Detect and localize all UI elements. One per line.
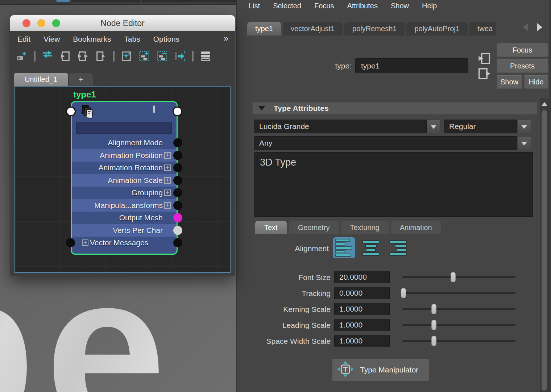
tab-scroll-right-icon[interactable]	[537, 23, 542, 31]
input-output-connections-icon[interactable]	[76, 49, 90, 63]
menu-focus[interactable]: Focus	[314, 2, 334, 10]
menu-attributes[interactable]: Attributes	[347, 2, 377, 10]
scrollbar-thumb[interactable]	[541, 110, 547, 391]
menu-show[interactable]: Show	[391, 2, 409, 10]
node-row-vector-messages[interactable]: Vector Messages	[72, 237, 177, 249]
menu-list[interactable]: List	[249, 2, 260, 10]
writing-system-dropdown[interactable]: Any	[254, 136, 517, 150]
font-style-dropdown[interactable]: Regular	[444, 120, 517, 133]
leading-scale-input[interactable]: 1.0000	[334, 319, 390, 331]
align-center-button[interactable]	[360, 237, 382, 258]
node-row-alignment-mode[interactable]: Alignment Mode	[72, 137, 177, 149]
node-row-verts-per-char[interactable]: Verts Per Char	[72, 224, 177, 237]
attribute-editor-scrollbar[interactable]	[540, 99, 549, 392]
kerning-scale-input[interactable]: 1.0000	[334, 303, 390, 315]
node-output-port[interactable]	[173, 107, 182, 116]
node-header[interactable]	[72, 102, 177, 121]
collapse-triangle-icon[interactable]	[258, 106, 265, 110]
menu-help[interactable]: Help	[422, 2, 437, 10]
align-left-button[interactable]	[333, 237, 355, 258]
remove-from-graph-icon[interactable]	[155, 49, 169, 63]
type-attributes-section-header[interactable]: Type Attributes	[252, 102, 537, 114]
attr-port-mesh[interactable]	[173, 213, 182, 222]
attr-port[interactable]	[173, 226, 182, 235]
expand-icon[interactable]	[82, 239, 88, 246]
select-input-icon[interactable]	[477, 51, 492, 66]
tab-geometry[interactable]: Geometry	[289, 221, 339, 234]
toolbar-field-fragment[interactable]	[142, 0, 236, 2]
slider-handle[interactable]	[401, 288, 406, 298]
menu-bookmarks[interactable]: Bookmarks	[73, 35, 111, 43]
select-output-icon[interactable]	[477, 67, 492, 81]
tab-texturing[interactable]: Texturing	[341, 221, 389, 234]
attr-port[interactable]	[173, 151, 182, 160]
slider-track[interactable]	[402, 324, 515, 326]
tab-scroll-left-icon[interactable]	[523, 23, 528, 31]
sync-selection-icon[interactable]	[40, 49, 55, 63]
align-right-button[interactable]	[386, 237, 409, 258]
node-row-grouping[interactable]: Grouping	[72, 187, 177, 199]
expand-icon[interactable]	[164, 164, 171, 171]
menu-overflow-chevron[interactable]: »	[224, 33, 228, 43]
node-row-animation-scale[interactable]: Animation Scale	[72, 174, 177, 187]
menu-tabs[interactable]: Tabs	[124, 35, 140, 43]
menu-edit[interactable]: Edit	[17, 35, 30, 43]
expand-icon[interactable]	[164, 189, 171, 196]
slider-handle[interactable]	[431, 336, 436, 346]
input-connections-icon[interactable]	[58, 49, 72, 63]
node-name-input[interactable]: type1	[355, 58, 468, 73]
type-manipulator-button[interactable]: Type Manipulator	[332, 359, 429, 381]
show-button[interactable]: Show	[497, 75, 522, 89]
node-rename-field[interactable]	[76, 122, 172, 134]
tab-type1[interactable]: type1	[247, 22, 281, 36]
writing-system-dropdown-arrow[interactable]	[517, 136, 531, 150]
tab-vectoradjust1[interactable]: vectorAdjust1	[283, 22, 343, 36]
add-to-graph-icon[interactable]	[137, 49, 152, 63]
slider-track[interactable]	[402, 340, 515, 342]
display-mode-icon[interactable]	[198, 49, 213, 63]
menu-view[interactable]: View	[44, 35, 60, 43]
node-input-port[interactable]	[66, 107, 76, 116]
tab-animation[interactable]: Animation	[391, 221, 441, 234]
create-node-icon[interactable]	[14, 49, 29, 63]
menu-options[interactable]: Options	[153, 35, 179, 43]
output-connections-icon[interactable]	[94, 49, 108, 63]
slider-handle[interactable]	[431, 320, 436, 330]
tab-text[interactable]: Text	[255, 221, 287, 234]
slider-track[interactable]	[402, 292, 515, 294]
font-size-input[interactable]: 20.0000	[334, 271, 390, 283]
tracking-slider[interactable]	[402, 287, 515, 299]
font-family-dropdown-arrow[interactable]	[427, 120, 440, 133]
expand-icon[interactable]	[164, 177, 171, 184]
tracking-input[interactable]: 0.0000	[334, 287, 390, 299]
connect-on-drop-icon[interactable]	[173, 49, 187, 63]
font-style-dropdown-arrow[interactable]	[517, 120, 531, 133]
slider-handle[interactable]	[431, 304, 436, 314]
toolbar-button-fragment[interactable]	[56, 0, 70, 2]
attr-port[interactable]	[173, 138, 182, 147]
space-width-scale-slider[interactable]	[402, 335, 515, 347]
font-size-slider[interactable]	[402, 271, 515, 283]
node-editor-titlebar[interactable]: Node Editor	[10, 15, 235, 31]
tab-polyautoproj1[interactable]: polyAutoProj1	[406, 22, 468, 36]
focus-button[interactable]: Focus	[497, 43, 548, 57]
kerning-scale-slider[interactable]	[402, 303, 515, 315]
slider-track[interactable]	[402, 308, 515, 310]
attr-port[interactable]	[173, 163, 182, 172]
slider-track[interactable]	[402, 276, 515, 278]
node-graph-canvas[interactable]: type1 Alignment Mode	[14, 86, 231, 273]
attr-port[interactable]	[173, 176, 182, 185]
tab-polyremesh1[interactable]: polyRemesh1	[344, 22, 405, 36]
space-width-scale-input[interactable]: 1.0000	[334, 335, 390, 347]
scroll-up-arrow-icon[interactable]	[541, 102, 548, 106]
leading-scale-slider[interactable]	[402, 319, 515, 331]
presets-button[interactable]: Presets	[497, 59, 548, 73]
type-text-input-area[interactable]: 3D Type	[254, 152, 533, 217]
node-row-manipulator-transforms[interactable]: Manipula...ansforms	[72, 199, 177, 212]
node-row-output-mesh[interactable]: Output Mesh	[72, 212, 177, 224]
hide-button[interactable]: Hide	[524, 75, 548, 89]
attr-port[interactable]	[173, 201, 182, 210]
graph-tab-untitled-1[interactable]: Untitled_1	[14, 73, 68, 86]
expand-icon[interactable]	[164, 202, 171, 209]
new-graph-tab-button[interactable]: +	[69, 73, 93, 86]
